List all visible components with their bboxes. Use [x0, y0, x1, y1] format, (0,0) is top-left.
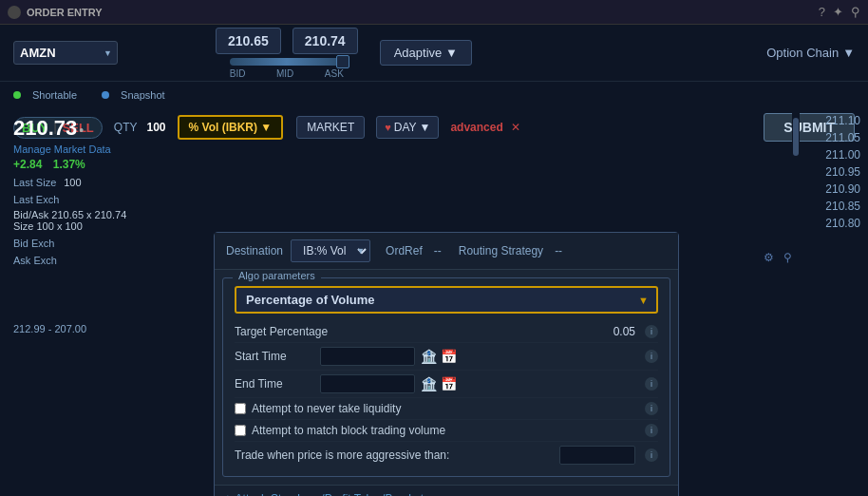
snapshot-label: Snapshot: [121, 89, 164, 101]
day-button[interactable]: ♥ DAY ▼: [376, 116, 439, 139]
start-time-info-icon[interactable]: i: [645, 350, 658, 363]
market-button[interactable]: MARKET: [296, 116, 365, 139]
gear-settings-icon[interactable]: ⚙: [764, 251, 774, 264]
never-take-liquidity-checkbox[interactable]: [235, 403, 246, 414]
end-time-row: End Time 🏦 📅 i: [235, 371, 658, 398]
ask-price: 210.74: [292, 28, 358, 54]
start-time-label: Start Time: [235, 350, 320, 363]
bid-exch-row: Bid Exch: [13, 238, 196, 249]
target-pct-info-icon[interactable]: i: [645, 325, 658, 338]
match-block-trading-info-icon[interactable]: i: [645, 424, 658, 437]
ask-exch-row: Ask Exch: [13, 255, 196, 266]
title-bar-text: ORDER ENTRY: [27, 7, 103, 18]
algo-params-modal: Destination IB:% Vol OrdRef -- Routing S…: [214, 232, 679, 496]
manage-market-link[interactable]: Manage Market Data: [13, 143, 196, 155]
price-item: 211.10: [809, 112, 860, 129]
routing-strategy-label: Routing Strategy: [459, 244, 543, 258]
snapshot-indicator: [102, 91, 109, 99]
algo-dropdown-row: Percentage of Volume VWAP TWAP Arrival P…: [235, 286, 658, 314]
price-item: 210.80: [809, 215, 860, 232]
app-icon: [8, 6, 21, 19]
bid-ask-slider[interactable]: [230, 58, 344, 66]
modal-bottom-bar: + Attach Stop Loss/Profit Taker/Bracket …: [215, 485, 678, 496]
shortable-label: Shortable: [32, 89, 77, 101]
price-item: 211.05: [809, 129, 860, 146]
destination-select[interactable]: IB:% Vol: [291, 239, 370, 262]
price-aggressive-label: Trade when price is more aggressive than…: [235, 448, 554, 462]
day-arrow-icon: ▼: [420, 121, 431, 134]
ordref-value: --: [434, 244, 442, 258]
price-aggressive-info-icon[interactable]: i: [645, 448, 658, 462]
price-change-pct: 1.37%: [53, 158, 85, 171]
last-exch-row: Last Exch: [13, 194, 196, 205]
start-time-icons: 🏦 📅: [421, 349, 457, 364]
current-price: 210.73: [13, 116, 77, 141]
pct-vol-arrow-icon: ▼: [260, 121, 272, 134]
bottom-links: + Attach Stop Loss/Profit Taker/Bracket …: [224, 491, 669, 496]
adaptive-button[interactable]: Adaptive ▼: [380, 40, 472, 66]
last-size-row: Last Size 100: [13, 177, 196, 188]
price-range: 212.99 - 207.00: [13, 323, 196, 334]
destination-row: Destination IB:% Vol OrdRef -- Routing S…: [215, 233, 678, 270]
heart-icon: ♥: [385, 122, 391, 133]
price-aggressive-row: Trade when price is more aggressive than…: [235, 442, 658, 468]
option-chain-arrow-icon: ▼: [842, 46, 855, 60]
algo-type-select[interactable]: Percentage of Volume VWAP TWAP Arrival P…: [235, 286, 658, 314]
start-time-row: Start Time 🏦 📅 i: [235, 343, 658, 371]
size-detail: Size 100 x 100: [13, 220, 196, 232]
price-aggressive-input[interactable]: [559, 446, 635, 465]
attach-stop-link[interactable]: + Attach Stop Loss/Profit Taker/Bracket: [224, 491, 669, 496]
match-block-trading-row: Attempt to match block trading volume i: [235, 420, 658, 442]
price-item: 210.95: [809, 163, 860, 181]
symbol-select[interactable]: AMZN: [13, 41, 118, 65]
right-scrollbar[interactable]: [792, 108, 800, 441]
match-block-trading-label: Attempt to match block trading volume: [252, 424, 635, 437]
destination-label: Destination: [226, 244, 283, 258]
option-chain-button[interactable]: Option Chain ▼: [766, 46, 855, 60]
scrollbar-thumb[interactable]: [793, 118, 799, 156]
price-change: +2.84: [13, 158, 42, 171]
algo-params-legend: Algo parameters: [233, 270, 321, 281]
target-pct-value: 0.05: [613, 325, 635, 338]
bid-ask-detail: Bid/Ask 210.65 x 210.74: [13, 209, 196, 220]
routing-strategy-value: --: [555, 244, 562, 258]
left-panel: 210.73 • Manage Market Data +2.84 1.37% …: [0, 108, 209, 342]
advanced-close-icon[interactable]: ✕: [511, 121, 520, 134]
link-settings-icon[interactable]: ⚲: [783, 251, 792, 264]
never-take-liquidity-label: Attempt to never take liquidity: [252, 402, 635, 415]
order-entry-panel: AMZN 210.65 210.74 BID MID ASK Adaptive …: [0, 25, 868, 496]
price-item: 210.85: [809, 198, 860, 215]
info-row: Shortable Snapshot: [0, 82, 868, 108]
bid-ask-labels: BID MID ASK: [230, 68, 344, 79]
price-item: 211.00: [809, 146, 860, 163]
end-time-icons: 🏦 📅: [421, 376, 457, 391]
title-bar: ORDER ENTRY ? ✦ ⚲: [0, 0, 868, 25]
title-bar-controls: ? ✦ ⚲: [819, 5, 860, 19]
shortable-indicator: [13, 91, 21, 99]
target-percentage-row: Target Percentage 0.05 i: [235, 321, 658, 343]
bid-price: 210.65: [216, 28, 281, 54]
match-block-trading-checkbox[interactable]: [235, 425, 246, 436]
right-prices: 211.10 211.05 211.00 210.95 210.90 210.8…: [802, 108, 868, 236]
target-pct-label: Target Percentage: [235, 325, 613, 338]
end-time-info-icon[interactable]: i: [645, 377, 658, 391]
never-take-liquidity-row: Attempt to never take liquidity i: [235, 398, 658, 420]
help-icon[interactable]: ?: [819, 5, 825, 19]
start-time-input[interactable]: [320, 347, 415, 366]
algo-params-section: Algo parameters Percentage of Volume VWA…: [222, 277, 670, 477]
settings-icon[interactable]: ✦: [833, 5, 843, 19]
advanced-label: advanced: [450, 121, 502, 134]
top-section: AMZN 210.65 210.74 BID MID ASK Adaptive …: [0, 25, 868, 82]
end-time-input[interactable]: [320, 374, 415, 393]
link-icon[interactable]: ⚲: [851, 5, 860, 19]
never-take-liquidity-info-icon[interactable]: i: [645, 402, 658, 415]
price-item: 210.90: [809, 181, 860, 198]
end-time-label: End Time: [235, 377, 320, 391]
ordref-label: OrdRef: [386, 244, 423, 258]
attach-stop-plus-icon: +: [224, 491, 232, 496]
modal-settings-row: ⚙ ⚲: [764, 251, 792, 264]
